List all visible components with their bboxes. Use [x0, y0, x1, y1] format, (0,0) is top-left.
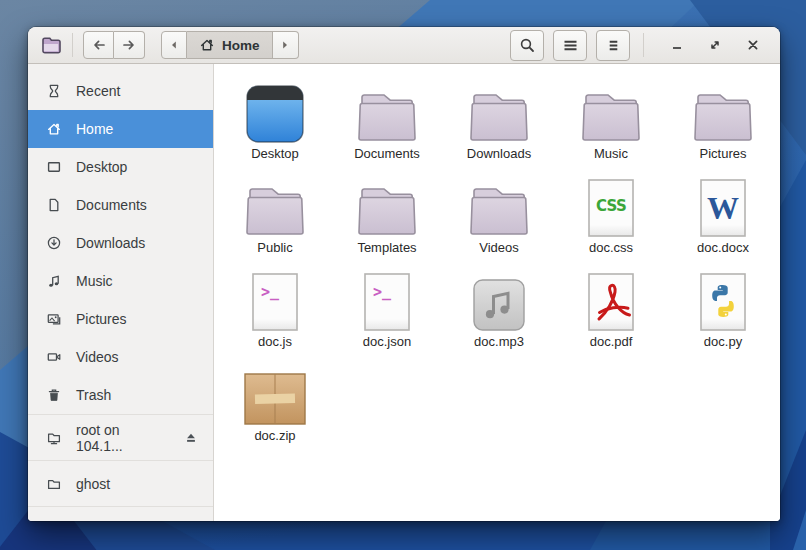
sidebar-item-recent[interactable]: Recent: [28, 72, 213, 110]
file-label: doc.css: [589, 240, 633, 255]
path-bar: Home: [161, 31, 299, 59]
file-label: doc.zip: [254, 428, 295, 443]
music-icon: [46, 273, 62, 289]
sidebar-item-desktop[interactable]: Desktop: [28, 148, 213, 186]
file-item[interactable]: Templates: [331, 166, 443, 260]
file-item[interactable]: Downloads: [443, 72, 555, 166]
eject-icon[interactable]: [183, 430, 199, 446]
file-label: Desktop: [251, 146, 299, 161]
trash-icon: [46, 387, 62, 403]
view-list-button[interactable]: [553, 30, 587, 61]
titlebar-separator: [72, 33, 73, 57]
titlebar[interactable]: Home: [28, 27, 780, 64]
document-icon: [46, 197, 62, 213]
file-item[interactable]: doc.mp3: [443, 260, 555, 354]
css-file-icon: CSS: [588, 175, 634, 237]
menu-button[interactable]: [596, 30, 630, 61]
folder-icon: [355, 175, 419, 237]
sidebar-item-label: Desktop: [76, 159, 127, 175]
path-next-button[interactable]: [273, 31, 299, 59]
folder-icon: [355, 81, 419, 143]
file-item[interactable]: doc.pdf: [555, 260, 667, 354]
sidebar-item-home[interactable]: Home: [28, 110, 213, 148]
file-item[interactable]: doc.zip: [219, 354, 331, 448]
file-item[interactable]: >_doc.json: [331, 260, 443, 354]
hamburger-menu-icon: [605, 37, 622, 54]
pictures-icon: [46, 311, 62, 327]
controls-separator: [643, 33, 644, 57]
minimize-icon: [669, 37, 685, 53]
files-app-icon: [40, 36, 62, 54]
search-icon: [519, 37, 536, 54]
sidebar-item-documents[interactable]: Documents: [28, 186, 213, 224]
videos-icon: [46, 349, 62, 365]
sidebar-item-music[interactable]: Music: [28, 262, 213, 300]
sidebar-item-label: Downloads: [76, 235, 145, 251]
download-icon: [46, 235, 62, 251]
forward-button[interactable]: [114, 31, 145, 59]
svg-text:W: W: [707, 190, 739, 226]
sidebar-item-label: Home: [76, 121, 113, 137]
script-file-icon: >_: [252, 269, 298, 331]
desktop-icon: [46, 159, 62, 175]
maximize-icon: [707, 37, 723, 53]
sidebar: RecentHomeDesktopDocumentsDownloadsMusic…: [28, 64, 214, 521]
list-view-icon: [562, 37, 579, 54]
path-previous-button[interactable]: [161, 31, 187, 59]
file-label: Documents: [354, 146, 420, 161]
maximize-button[interactable]: [700, 30, 730, 60]
file-item[interactable]: Pictures: [667, 72, 779, 166]
folder-icon: [243, 175, 307, 237]
file-item[interactable]: CSSdoc.css: [555, 166, 667, 260]
path-segment-home[interactable]: Home: [187, 31, 273, 59]
svg-text:>_: >_: [261, 283, 280, 301]
file-item[interactable]: doc.py: [667, 260, 779, 354]
folder-icon: [467, 81, 531, 143]
file-item[interactable]: Wdoc.docx: [667, 166, 779, 260]
search-button[interactable]: [510, 30, 544, 61]
file-label: Pictures: [700, 146, 747, 161]
folder-icon: [579, 81, 643, 143]
file-item[interactable]: >_doc.js: [219, 260, 331, 354]
chevron-left-icon: [169, 40, 179, 50]
file-label: doc.docx: [697, 240, 749, 255]
home-icon: [199, 37, 215, 53]
file-item[interactable]: Documents: [331, 72, 443, 166]
sidebar-item-label: root on 104.1...: [76, 422, 169, 454]
file-item[interactable]: Desktop: [219, 72, 331, 166]
sidebar-item-ghost[interactable]: ghost: [28, 461, 213, 506]
sidebar-item-videos[interactable]: Videos: [28, 338, 213, 376]
file-item[interactable]: Music: [555, 72, 667, 166]
word-file-icon: W: [700, 175, 746, 237]
file-item[interactable]: Public: [219, 166, 331, 260]
history-nav: [83, 31, 145, 59]
folder-icon: [46, 476, 62, 492]
sidebar-item-trash[interactable]: Trash: [28, 376, 213, 414]
file-label: Public: [257, 240, 292, 255]
sidebar-item-downloads[interactable]: Downloads: [28, 224, 213, 262]
file-label: doc.py: [704, 334, 742, 349]
pdf-file-icon: [588, 269, 634, 331]
close-button[interactable]: [738, 30, 768, 60]
back-button[interactable]: [83, 31, 114, 59]
script-file-icon: >_: [364, 269, 410, 331]
file-label: doc.js: [258, 334, 292, 349]
file-label: doc.json: [363, 334, 411, 349]
file-item[interactable]: Videos: [443, 166, 555, 260]
file-label: Videos: [479, 240, 519, 255]
minimize-button[interactable]: [662, 30, 692, 60]
sidebar-item-label: Recent: [76, 83, 120, 99]
svg-text:CSS: CSS: [596, 197, 626, 215]
file-label: Downloads: [467, 146, 531, 161]
sidebar-item-root-on-104-1[interactable]: root on 104.1...: [28, 415, 213, 460]
svg-text:>_: >_: [373, 283, 392, 301]
sidebar-item-label: ghost: [76, 476, 110, 492]
sidebar-item-label: Trash: [76, 387, 111, 403]
sidebar-item-label: Pictures: [76, 311, 127, 327]
file-grid[interactable]: DesktopDocumentsDownloadsMusicPicturesPu…: [214, 64, 780, 521]
chevron-right-icon: [280, 40, 290, 50]
file-label: Music: [594, 146, 628, 161]
sidebar-item-pictures[interactable]: Pictures: [28, 300, 213, 338]
python-file-icon: [700, 269, 746, 331]
network-folder-icon: [46, 430, 62, 446]
